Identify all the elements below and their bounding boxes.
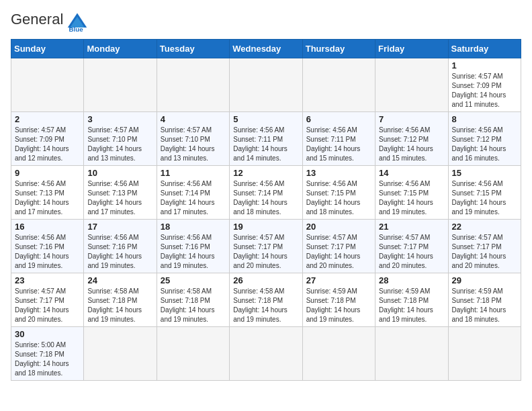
calendar-cell: 24Sunrise: 4:58 AMSunset: 7:18 PMDayligh… (84, 273, 157, 327)
day-info: Sunrise: 4:57 AMSunset: 7:10 PMDaylight:… (161, 126, 226, 163)
day-number: 18 (161, 222, 226, 232)
weekday-monday: Monday (84, 40, 157, 58)
day-info: Sunrise: 4:59 AMSunset: 7:18 PMDaylight:… (452, 287, 517, 324)
day-info: Sunrise: 4:56 AMSunset: 7:15 PMDaylight:… (379, 179, 444, 217)
calendar-cell: 11Sunrise: 4:56 AMSunset: 7:14 PMDayligh… (157, 166, 229, 220)
day-number: 16 (15, 222, 80, 232)
day-number: 22 (452, 222, 517, 232)
calendar-cell (375, 327, 448, 381)
calendar-cell: 5Sunrise: 4:56 AMSunset: 7:11 PMDaylight… (230, 112, 302, 166)
day-number: 8 (452, 114, 517, 124)
logo: General Blue (11, 11, 88, 32)
weekday-friday: Friday (375, 40, 448, 58)
calendar-cell: 8Sunrise: 4:56 AMSunset: 7:12 PMDaylight… (448, 112, 521, 166)
calendar-cell (157, 327, 229, 381)
logo-icon: Blue (66, 11, 88, 32)
calendar-cell: 1Sunrise: 4:57 AMSunset: 7:09 PMDaylight… (448, 58, 521, 112)
day-info: Sunrise: 4:56 AMSunset: 7:12 PMDaylight:… (379, 126, 444, 163)
calendar-cell: 16Sunrise: 4:56 AMSunset: 7:16 PMDayligh… (11, 220, 84, 273)
day-info: Sunrise: 4:59 AMSunset: 7:18 PMDaylight:… (379, 287, 444, 324)
calendar-cell (230, 327, 302, 381)
calendar-cell: 9Sunrise: 4:56 AMSunset: 7:13 PMDaylight… (11, 166, 84, 220)
day-number: 3 (87, 114, 152, 124)
day-info: Sunrise: 4:59 AMSunset: 7:18 PMDaylight:… (306, 287, 371, 324)
day-info: Sunrise: 4:57 AMSunset: 7:17 PMDaylight:… (15, 287, 80, 324)
day-info: Sunrise: 4:56 AMSunset: 7:16 PMDaylight:… (161, 233, 226, 271)
day-number: 25 (161, 275, 226, 285)
day-number: 17 (87, 222, 152, 232)
day-number: 19 (233, 222, 298, 232)
calendar-cell: 3Sunrise: 4:57 AMSunset: 7:10 PMDaylight… (84, 112, 157, 166)
day-number: 11 (161, 168, 226, 178)
weekday-header-row: SundayMondayTuesdayWednesdayThursdayFrid… (11, 40, 521, 58)
weekday-tuesday: Tuesday (157, 40, 229, 58)
calendar-week-5: 23Sunrise: 4:57 AMSunset: 7:17 PMDayligh… (11, 273, 521, 327)
day-info: Sunrise: 4:56 AMSunset: 7:15 PMDaylight:… (306, 179, 371, 217)
day-info: Sunrise: 4:57 AMSunset: 7:17 PMDaylight:… (306, 233, 371, 271)
day-info: Sunrise: 4:56 AMSunset: 7:13 PMDaylight:… (87, 179, 152, 217)
day-info: Sunrise: 4:56 AMSunset: 7:16 PMDaylight:… (87, 233, 152, 271)
day-number: 29 (452, 275, 517, 285)
day-info: Sunrise: 4:57 AMSunset: 7:17 PMDaylight:… (379, 233, 444, 271)
day-number: 10 (87, 168, 152, 178)
calendar-cell: 2Sunrise: 4:57 AMSunset: 7:09 PMDaylight… (11, 112, 84, 166)
calendar-week-6: 30Sunrise: 5:00 AMSunset: 7:18 PMDayligh… (11, 327, 521, 381)
header: General Blue (11, 11, 521, 32)
calendar-cell: 14Sunrise: 4:56 AMSunset: 7:15 PMDayligh… (375, 166, 448, 220)
day-number: 30 (15, 329, 80, 339)
day-number: 20 (306, 222, 371, 232)
calendar-cell: 15Sunrise: 4:56 AMSunset: 7:15 PMDayligh… (448, 166, 521, 220)
day-number: 4 (161, 114, 226, 124)
calendar-cell: 28Sunrise: 4:59 AMSunset: 7:18 PMDayligh… (375, 273, 448, 327)
calendar-week-3: 9Sunrise: 4:56 AMSunset: 7:13 PMDaylight… (11, 166, 521, 220)
day-number: 23 (15, 275, 80, 285)
day-number: 13 (306, 168, 371, 178)
calendar-cell (11, 58, 84, 112)
calendar-cell (84, 327, 157, 381)
calendar-cell (157, 58, 229, 112)
day-number: 12 (233, 168, 298, 178)
calendar-cell: 4Sunrise: 4:57 AMSunset: 7:10 PMDaylight… (157, 112, 229, 166)
day-info: Sunrise: 4:56 AMSunset: 7:11 PMDaylight:… (233, 126, 298, 163)
calendar-cell: 7Sunrise: 4:56 AMSunset: 7:12 PMDaylight… (375, 112, 448, 166)
calendar-cell: 30Sunrise: 5:00 AMSunset: 7:18 PMDayligh… (11, 327, 84, 381)
calendar-week-2: 2Sunrise: 4:57 AMSunset: 7:09 PMDaylight… (11, 112, 521, 166)
day-number: 6 (306, 114, 371, 124)
day-number: 7 (379, 114, 444, 124)
day-info: Sunrise: 4:58 AMSunset: 7:18 PMDaylight:… (233, 287, 298, 324)
day-number: 28 (379, 275, 444, 285)
day-info: Sunrise: 4:56 AMSunset: 7:14 PMDaylight:… (233, 179, 298, 217)
weekday-sunday: Sunday (11, 40, 84, 58)
calendar-cell (302, 58, 375, 112)
calendar-week-1: 1Sunrise: 4:57 AMSunset: 7:09 PMDaylight… (11, 58, 521, 112)
day-number: 9 (15, 168, 80, 178)
day-number: 5 (233, 114, 298, 124)
day-info: Sunrise: 4:57 AMSunset: 7:17 PMDaylight:… (452, 233, 517, 271)
calendar-cell: 26Sunrise: 4:58 AMSunset: 7:18 PMDayligh… (230, 273, 302, 327)
day-info: Sunrise: 4:58 AMSunset: 7:18 PMDaylight:… (161, 287, 226, 324)
calendar-cell: 12Sunrise: 4:56 AMSunset: 7:14 PMDayligh… (230, 166, 302, 220)
calendar-cell: 21Sunrise: 4:57 AMSunset: 7:17 PMDayligh… (375, 220, 448, 273)
weekday-saturday: Saturday (448, 40, 521, 58)
day-number: 26 (233, 275, 298, 285)
calendar-cell: 20Sunrise: 4:57 AMSunset: 7:17 PMDayligh… (302, 220, 375, 273)
day-info: Sunrise: 4:57 AMSunset: 7:17 PMDaylight:… (233, 233, 298, 271)
calendar-cell: 13Sunrise: 4:56 AMSunset: 7:15 PMDayligh… (302, 166, 375, 220)
weekday-thursday: Thursday (302, 40, 375, 58)
calendar-cell: 23Sunrise: 4:57 AMSunset: 7:17 PMDayligh… (11, 273, 84, 327)
day-number: 2 (15, 114, 80, 124)
calendar-cell: 6Sunrise: 4:56 AMSunset: 7:11 PMDaylight… (302, 112, 375, 166)
day-info: Sunrise: 4:56 AMSunset: 7:11 PMDaylight:… (306, 126, 371, 163)
day-info: Sunrise: 4:57 AMSunset: 7:09 PMDaylight:… (15, 126, 80, 163)
calendar-cell: 22Sunrise: 4:57 AMSunset: 7:17 PMDayligh… (448, 220, 521, 273)
day-number: 27 (306, 275, 371, 285)
day-info: Sunrise: 4:56 AMSunset: 7:16 PMDaylight:… (15, 233, 80, 271)
calendar-week-4: 16Sunrise: 4:56 AMSunset: 7:16 PMDayligh… (11, 220, 521, 273)
day-info: Sunrise: 4:56 AMSunset: 7:13 PMDaylight:… (15, 179, 80, 217)
logo-text: General (11, 11, 63, 28)
calendar-cell: 17Sunrise: 4:56 AMSunset: 7:16 PMDayligh… (84, 220, 157, 273)
calendar-cell: 29Sunrise: 4:59 AMSunset: 7:18 PMDayligh… (448, 273, 521, 327)
svg-text:Blue: Blue (69, 26, 83, 32)
calendar-cell: 18Sunrise: 4:56 AMSunset: 7:16 PMDayligh… (157, 220, 229, 273)
calendar-cell: 10Sunrise: 4:56 AMSunset: 7:13 PMDayligh… (84, 166, 157, 220)
